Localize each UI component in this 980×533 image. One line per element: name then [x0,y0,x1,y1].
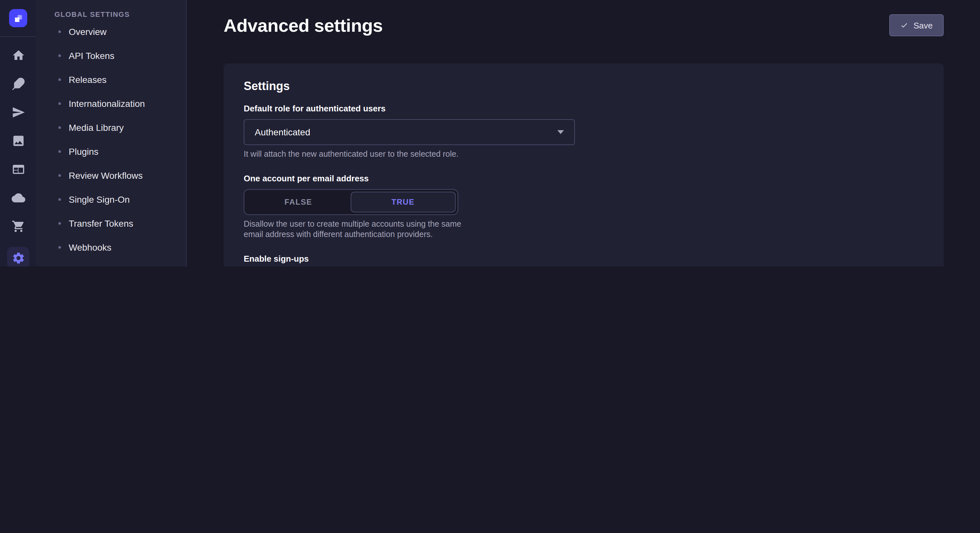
field-label: Enable sign-ups [244,254,924,264]
default-role-select[interactable]: Authenticated [244,119,575,145]
field-one-account: One account per email address FALSE TRUE… [244,174,924,240]
sidebar-item-single-sign-on[interactable]: Single Sign-On [36,187,186,211]
media-library-icon[interactable] [10,133,26,148]
bullet-icon [58,126,61,128]
home-icon[interactable] [10,47,26,63]
toggle-true-option[interactable]: TRUE [350,192,456,213]
settings-card: Settings Default role for authenticated … [224,63,944,266]
one-account-toggle: FALSE TRUE [244,189,458,215]
sidebar-item-media-library[interactable]: Media Library [36,115,186,139]
paper-plane-icon[interactable] [10,104,26,120]
rail-icon-list [7,47,29,266]
marketplace-cart-icon[interactable] [10,218,26,234]
settings-sidebar: GLOBAL SETTINGS Overview API Tokens Rele… [36,0,187,266]
toggle-false-option[interactable]: FALSE [246,192,350,213]
sidebar-item-releases[interactable]: Releases [36,67,186,91]
field-label: One account per email address [244,174,924,184]
save-button[interactable]: Save [889,14,944,36]
panel-layout-icon[interactable] [10,161,26,177]
field-hint: It will attach the new authenticated use… [244,149,924,159]
bullet-icon [58,222,61,224]
select-value: Authenticated [255,127,310,137]
page-header: Advanced settings Save [187,0,980,38]
settings-heading: Settings [244,79,924,93]
field-label: Default role for authenticated users [244,104,924,114]
main-content: Advanced settings Save Settings Default … [187,0,980,266]
chevron-down-icon [557,130,564,134]
settings-gear-icon[interactable] [7,247,29,266]
page-title: Advanced settings [224,14,383,38]
strapi-logo[interactable] [9,9,27,27]
bullet-icon [58,246,61,248]
cloud-icon[interactable] [10,190,26,205]
bullet-icon [58,150,61,152]
bullet-icon [58,102,61,105]
sidebar-item-overview[interactable]: Overview [36,19,186,43]
logo-area [0,0,36,37]
bullet-icon [58,78,61,81]
check-icon [900,21,908,29]
icon-rail: KD [0,0,37,266]
sidebar-section-title: GLOBAL SETTINGS [36,9,186,19]
bullet-icon [58,54,61,57]
field-default-role: Default role for authenticated users Aut… [244,104,924,159]
sidebar-item-plugins[interactable]: Plugins [36,139,186,163]
sidebar-item-review-workflows[interactable]: Review Workflows [36,163,186,187]
bullet-icon [58,174,61,176]
app-root: KD GLOBAL SETTINGS Overview API Tokens R… [0,0,980,266]
sidebar-item-webhooks[interactable]: Webhooks [36,235,186,259]
bullet-icon [58,198,61,200]
bullet-icon [58,30,61,33]
feather-icon[interactable] [10,76,26,91]
sidebar-item-api-tokens[interactable]: API Tokens [36,43,186,67]
field-sign-ups: Enable sign-ups FALSE TRUE When disabled… [244,254,924,266]
sidebar-item-transfer-tokens[interactable]: Transfer Tokens [36,211,186,235]
sidebar-item-internationalization[interactable]: Internationalization [36,91,186,115]
field-hint: Disallow the user to create multiple acc… [244,219,465,240]
